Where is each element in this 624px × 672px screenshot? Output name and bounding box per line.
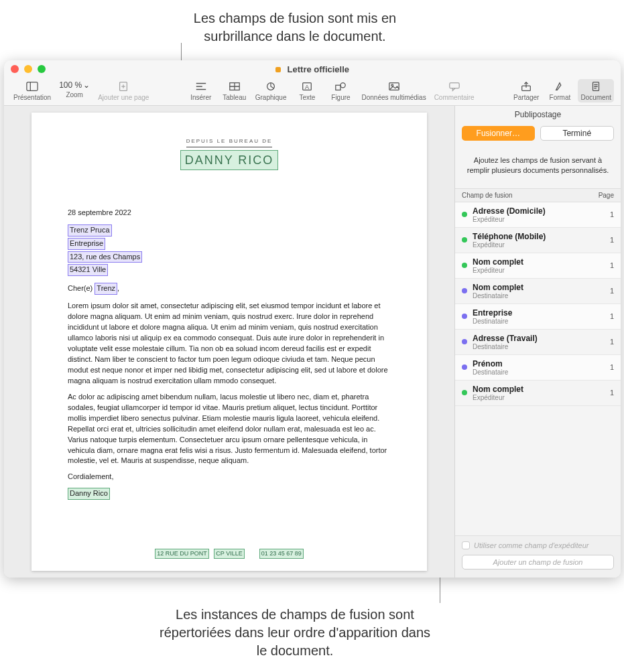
letter-footer: 12 RUE DU PONT CP VILLE 01 23 45 67 89 [68, 549, 391, 559]
share-label: Partager [513, 94, 539, 101]
merge-field-row[interactable]: Nom completExpéditeur1 [455, 381, 621, 406]
callout-top-text: Les champs de fusion sont mis en surbril… [174, 9, 416, 46]
merge-field-salutation-name[interactable]: Trenz [95, 283, 117, 295]
merge-field-row[interactable]: Téléphone (Mobile)Expéditeur1 [455, 228, 621, 253]
format-button[interactable]: Format [544, 79, 575, 103]
status-dot-icon [462, 390, 467, 395]
document-title: Lettre officielle [288, 64, 349, 74]
status-dot-icon [462, 314, 467, 319]
insert-icon [194, 80, 208, 92]
merge-field-info: PrénomDestinataire [473, 359, 595, 376]
text-button[interactable]: A Texte [292, 79, 322, 103]
letter-closing: Cordialement, [68, 472, 391, 482]
merge-field-row[interactable]: PrénomDestinataire1 [455, 355, 621, 381]
merge-field-recipient-street[interactable]: 123, rue des Champs [68, 251, 142, 263]
letterhead: DEPUIS LE BUREAU DE DANNY RICO [68, 135, 391, 170]
chart-button[interactable]: Graphique [253, 79, 290, 103]
merge-field-footer-city[interactable]: CP VILLE [214, 549, 244, 559]
merge-field-page: 1 [601, 338, 614, 346]
toolbar: Présentation 100 %⌄ Zoom Ajouter une pag… [4, 78, 621, 106]
merge-field-name: Adresse (Travail) [473, 334, 595, 343]
done-button[interactable]: Terminé [540, 126, 615, 141]
merge-field-info: Adresse (Domicile)Expéditeur [473, 206, 595, 223]
merge-field-info: Nom completExpéditeur [473, 257, 595, 274]
presentation-icon [25, 80, 40, 92]
svg-rect-0 [27, 82, 38, 91]
merge-field-sender-name[interactable]: DANNY RICO [180, 150, 279, 170]
document-label: Document [580, 94, 611, 101]
unsaved-indicator-icon [275, 67, 281, 72]
checkbox-icon [462, 541, 470, 549]
zoom-label: Zoom [66, 91, 83, 98]
letter-body-2: Ac dolor ac adipiscing amet bibendum nul… [68, 392, 391, 467]
column-field-label: Champ de fusion [462, 192, 599, 199]
document-page: DEPUIS LE BUREAU DE DANNY RICO 28 septem… [32, 113, 427, 571]
merge-field-page: 1 [601, 287, 614, 295]
merge-field-info: Téléphone (Mobile)Expéditeur [473, 232, 595, 249]
merge-field-name: Prénom [473, 359, 595, 368]
merge-field-page: 1 [601, 363, 614, 371]
merge-field-row[interactable]: Adresse (Domicile)Expéditeur1 [455, 202, 621, 228]
merge-field-page: 1 [601, 389, 614, 397]
zoom-value: 100 %⌄ [59, 80, 90, 90]
merge-field-role: Destinataire [473, 343, 595, 350]
merge-field-role: Destinataire [473, 318, 595, 325]
merge-field-signature[interactable]: Danny Rico [68, 488, 110, 500]
insert-button[interactable]: Insérer [186, 79, 216, 103]
share-icon [519, 80, 534, 92]
merge-field-row[interactable]: Nom completExpéditeur1 [455, 253, 621, 279]
content-area: DEPUIS LE BUREAU DE DANNY RICO 28 septem… [4, 106, 621, 578]
merge-field-role: Expéditeur [473, 216, 595, 223]
comment-label: Commentaire [434, 94, 475, 101]
table-button[interactable]: Tableau [219, 79, 250, 103]
share-button[interactable]: Partager [511, 79, 542, 103]
mail-merge-sidebar: Publipostage Fusionner… Terminé Ajoutez … [454, 106, 621, 578]
zoom-dropdown[interactable]: 100 %⌄ Zoom [56, 79, 92, 100]
document-button[interactable]: Document [578, 79, 614, 103]
merge-field-page: 1 [601, 312, 614, 320]
add-page-button[interactable]: Ajouter une page [95, 79, 151, 103]
shape-button[interactable]: Figure [325, 79, 356, 103]
status-dot-icon [462, 339, 467, 344]
merge-field-row[interactable]: Adresse (Travail)Destinataire1 [455, 330, 621, 355]
merge-field-recipient-city[interactable]: 54321 Ville [68, 264, 108, 276]
callout-bottom-text: Les instances de champs de fusion sont r… [154, 606, 436, 660]
use-as-sender-label: Utiliser comme champ d'expéditeur [474, 541, 588, 549]
letter-date: 28 septembre 2022 [68, 208, 391, 218]
merge-field-recipient-company[interactable]: Entreprise [68, 238, 105, 250]
merge-field-row[interactable]: EntrepriseDestinataire1 [455, 304, 621, 330]
status-dot-icon [462, 263, 467, 268]
presentation-button[interactable]: Présentation [11, 79, 54, 103]
merge-field-page: 1 [601, 261, 614, 269]
merge-field-footer-address[interactable]: 12 RUE DU PONT [155, 549, 209, 559]
media-icon [387, 80, 401, 92]
merge-field-row[interactable]: Nom completDestinataire1 [455, 279, 621, 304]
add-merge-field-button[interactable]: Ajouter un champ de fusion [462, 555, 614, 569]
text-label: Texte [300, 94, 316, 101]
merge-button[interactable]: Fusionner… [462, 126, 535, 141]
merge-field-footer-phone[interactable]: 01 23 45 67 89 [259, 549, 304, 559]
merge-field-role: Expéditeur [473, 241, 595, 249]
status-dot-icon [462, 212, 467, 217]
merge-field-recipient-name[interactable]: Trenz Pruca [68, 224, 112, 237]
presentation-label: Présentation [13, 94, 51, 101]
chart-icon [263, 80, 278, 92]
comment-button[interactable]: Commentaire [432, 79, 477, 103]
use-as-sender-checkbox[interactable]: Utiliser comme champ d'expéditeur [462, 541, 614, 549]
column-page-label: Page [599, 192, 614, 199]
document-canvas[interactable]: DEPUIS LE BUREAU DE DANNY RICO 28 septem… [4, 106, 454, 578]
merge-field-name: Nom complet [473, 257, 595, 267]
media-label: Données multimédias [361, 94, 426, 101]
svg-rect-14 [336, 85, 340, 90]
letterhead-label: DEPUIS LE BUREAU DE [186, 137, 273, 147]
document-icon [588, 80, 603, 92]
sidebar-title: Publipostage [455, 106, 621, 123]
merge-field-name: Nom complet [473, 283, 595, 292]
merge-field-info: Nom completDestinataire [473, 283, 595, 299]
svg-point-15 [340, 83, 345, 88]
media-button[interactable]: Données multimédias [359, 79, 428, 103]
table-icon [227, 80, 242, 92]
merge-field-name: Nom complet [473, 385, 595, 394]
merge-field-name: Téléphone (Mobile) [473, 232, 595, 241]
letter-body-1: Lorem ipsum dolor sit amet, consectetur … [68, 301, 391, 387]
